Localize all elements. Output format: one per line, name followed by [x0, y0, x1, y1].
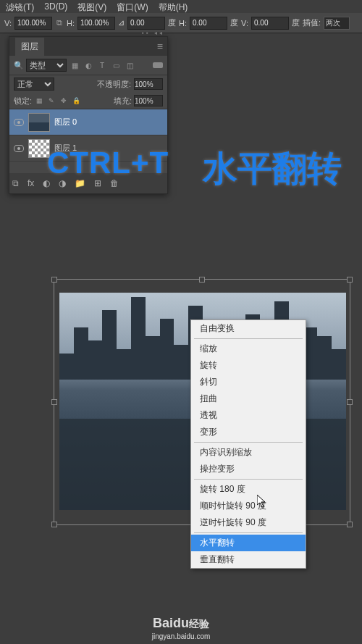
watermark: Baidu经验 jingyan.baidu.com [152, 615, 211, 641]
separator [194, 338, 303, 339]
opacity-label: 不透明度: [97, 79, 131, 90]
link-icon[interactable]: ⧉ [55, 18, 64, 28]
menu-filter[interactable]: 滤镜(T) [6, 1, 34, 12]
opacity-input[interactable] [134, 78, 163, 90]
layer-name[interactable]: 图层 1 [54, 143, 77, 154]
h2-input[interactable] [190, 17, 227, 30]
lock-position-icon[interactable]: ✥ [59, 96, 69, 106]
handle-top-right[interactable] [347, 277, 353, 283]
link-layers-icon[interactable]: ⧉ [12, 178, 19, 188]
eye-icon [14, 119, 24, 126]
blend-mode-row: 正常 不透明度: [9, 75, 167, 93]
menu-warp[interactable]: 变形 [191, 424, 306, 440]
handle-top-center[interactable] [199, 277, 205, 283]
filter-pixel-icon[interactable]: ▦ [69, 59, 80, 71]
filter-smart-icon[interactable]: ◫ [124, 59, 135, 71]
menu-rotate-90-cw[interactable]: 顺时针旋转 90 度 [191, 498, 306, 514]
layer-thumbnail[interactable] [28, 139, 50, 158]
h2-label: H: [179, 19, 187, 28]
menu-perspective[interactable]: 透视 [191, 407, 306, 424]
fill-input[interactable] [134, 95, 163, 106]
adjustment-layer-icon[interactable]: ◑ [59, 178, 66, 188]
menu-view[interactable]: 视图(V) [77, 1, 106, 12]
deg2-label: 度 [230, 17, 238, 28]
layer-row[interactable]: 图层 0 [9, 109, 167, 135]
watermark-url: jingyan.baidu.com [152, 632, 211, 641]
menu-content-aware[interactable]: 内容识别缩放 [191, 444, 306, 461]
watermark-logo: Baidu经验 [152, 615, 211, 632]
visibility-toggle[interactable] [9, 145, 28, 152]
menu-scale[interactable]: 缩放 [191, 340, 306, 357]
angle-icon: ⊿ [118, 18, 125, 28]
separator [194, 479, 303, 480]
menu-skew[interactable]: 斜切 [191, 374, 306, 390]
panel-footer: ⧉ fx ◐ ◑ 📁 ⊞ 🗑 [9, 173, 167, 193]
menu-distort[interactable]: 扭曲 [191, 390, 306, 407]
delete-layer-icon[interactable]: 🗑 [110, 178, 119, 188]
panel-drag-grip[interactable]: ▪▪ ◂◂ [142, 30, 164, 36]
deg-label: 度 [168, 17, 176, 28]
filter-type-select[interactable]: 类型 [26, 59, 67, 72]
menu-3d[interactable]: 3D(D) [44, 1, 67, 12]
handle-bottom-right[interactable] [347, 522, 353, 527]
v2-label: V: [241, 19, 248, 28]
width-label: V: [4, 19, 12, 28]
layers-tab[interactable]: 图层 [15, 38, 44, 56]
layer-name[interactable]: 图层 0 [54, 117, 77, 127]
filter-text-icon[interactable]: T [96, 59, 108, 71]
interp-dropdown[interactable]: 两次 [324, 17, 350, 30]
new-layer-icon[interactable]: ⊞ [94, 178, 101, 188]
layer-filter-row: 🔍 类型 ▦ ◐ T ▭ ◫ [9, 56, 167, 75]
menu-free-transform[interactable]: 自由变换 [191, 320, 306, 337]
interp-label: 插值: [303, 17, 321, 28]
lock-pixels-icon[interactable]: ▦ [34, 96, 44, 106]
handle-top-left[interactable] [51, 277, 57, 283]
layers-panel: ▪▪ ◂◂ 图层 ≡ 🔍 类型 ▦ ◐ T ▭ ◫ 正常 不透明度: 锁定: ▦… [9, 36, 168, 194]
separator [194, 532, 303, 533]
context-menu: 自由变换 缩放 旋转 斜切 扭曲 透视 变形 内容识别缩放 操控变形 旋转 18… [190, 319, 306, 569]
filter-adjust-icon[interactable]: ◐ [83, 59, 94, 71]
menu-window[interactable]: 窗口(W) [117, 1, 148, 12]
layer-fx-icon[interactable]: fx [28, 178, 34, 188]
menu-bar: 滤镜(T) 3D(D) 视图(V) 窗口(W) 帮助(H) [0, 0, 362, 13]
search-icon: 🔍 [14, 61, 24, 70]
eye-icon [14, 145, 24, 152]
filter-shape-icon[interactable]: ▭ [110, 59, 122, 71]
overlay-action-text: 水平翻转 [203, 146, 342, 192]
blend-mode-select[interactable]: 正常 [14, 78, 54, 91]
menu-help[interactable]: 帮助(H) [159, 1, 188, 12]
menu-puppet-warp[interactable]: 操控变形 [191, 461, 306, 477]
lock-brush-icon[interactable]: ✎ [46, 96, 56, 106]
lock-label: 锁定: [14, 96, 32, 106]
visibility-toggle[interactable] [9, 119, 28, 126]
options-bar: V: ⧉ H: ⊿ 度 H: 度 V: 度 插值: 两次 [0, 13, 362, 33]
menu-rotate-180[interactable]: 旋转 180 度 [191, 481, 306, 498]
layer-list: 图层 0 图层 1 [9, 109, 167, 162]
cursor-icon [257, 495, 269, 509]
height-label: H: [67, 19, 75, 28]
width-input[interactable] [14, 17, 52, 30]
layer-row[interactable]: 图层 1 [9, 135, 167, 162]
v2-input[interactable] [251, 17, 289, 30]
group-icon[interactable]: 📁 [75, 178, 85, 188]
menu-flip-vertical[interactable]: 垂直翻转 [191, 551, 306, 568]
lock-row: 锁定: ▦ ✎ ✥ 🔒 填充: [9, 93, 167, 109]
lock-all-icon[interactable]: 🔒 [71, 96, 81, 106]
menu-rotate-90-ccw[interactable]: 逆时针旋转 90 度 [191, 514, 306, 531]
fill-label: 填充: [114, 96, 132, 106]
filter-toggle[interactable] [153, 62, 163, 68]
layer-mask-icon[interactable]: ◐ [43, 178, 50, 188]
handle-mid-left[interactable] [51, 399, 57, 405]
panel-menu-icon[interactable]: ≡ [157, 41, 163, 52]
panel-tabs: 图层 ≡ [9, 37, 167, 56]
handle-bottom-left[interactable] [51, 522, 57, 527]
separator [194, 442, 303, 443]
menu-rotate[interactable]: 旋转 [191, 357, 306, 374]
height-input[interactable] [77, 17, 115, 30]
layer-thumbnail[interactable] [28, 113, 50, 132]
handle-mid-right[interactable] [347, 399, 353, 405]
deg3-label: 度 [292, 17, 300, 28]
angle-input[interactable] [127, 17, 165, 30]
menu-flip-horizontal[interactable]: 水平翻转 [191, 535, 306, 551]
